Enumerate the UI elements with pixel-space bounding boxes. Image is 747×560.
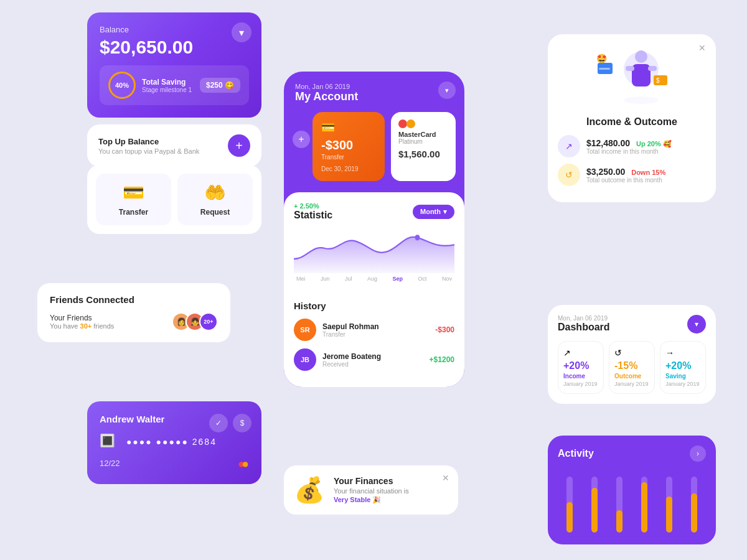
chart-label-aug: Aug <box>367 276 377 282</box>
outcome-sub: Total outcome in this month <box>586 177 706 184</box>
finances-card: ✕ 💰 Your Finances Your financial situati… <box>284 465 458 515</box>
activity-bar-track-5 <box>666 477 672 533</box>
savings-sub: Stage milestone 1 <box>142 86 194 93</box>
credit-card: ✓ $ Andrew Walter 🔳 ●●●● ●●●●● 2684 12/2… <box>87 401 261 484</box>
stat-header: + 2.50% Statistic Month ▾ <box>294 202 454 221</box>
chart-label-jun: Jun <box>321 276 330 282</box>
stat-pct: + 2.50% <box>294 202 332 210</box>
topup-plus-button[interactable]: + <box>228 134 250 157</box>
month-label: Month <box>420 208 441 215</box>
account-cards-row: + 💳 -$300 Transfer Dec 30, 2019 MasterCa… <box>284 112 464 190</box>
mastercard-white[interactable]: MasterCard Platinum $1,560.00 <box>391 112 456 181</box>
stat-title: Statistic <box>294 210 332 221</box>
orange-card[interactable]: 💳 -$300 Transfer Dec 30, 2019 <box>312 112 385 181</box>
income-pct: Up 20% 🥰 <box>636 140 672 147</box>
transfer-button[interactable]: 💳 Transfer <box>96 174 171 225</box>
dashboard-metric-outcome: ↺ -15% Outcome January 2019 <box>609 341 655 394</box>
activity-bar-track-4 <box>641 477 647 533</box>
dashboard-card: Mon, Jan 06 2019 Dashboard ▾ ↗ +20% Inco… <box>548 305 716 404</box>
activity-bar-track-6 <box>691 477 697 533</box>
chart-label-oct: Oct <box>418 276 426 282</box>
activity-bar-track-3 <box>616 477 622 533</box>
history-info-2: Jerome Boateng Received <box>322 352 423 368</box>
income-metric-value: +20% <box>563 360 598 371</box>
dashboard-header: Mon, Jan 06 2019 Dashboard ▾ <box>558 315 706 334</box>
mc-brand-label: MasterCard <box>398 131 448 138</box>
outcome-detail: $3,250.00 Down 15% Total outcome in this… <box>586 167 706 184</box>
savings-title: Total Saving <box>142 78 194 86</box>
friends-title: Friends Connected <box>50 294 218 305</box>
credit-card-check-button[interactable]: ✓ <box>209 414 228 432</box>
account-date: Mon, Jan 06 2019 <box>295 83 453 90</box>
history-type-2: Received <box>322 361 423 368</box>
orange-card-amount: -$300 <box>321 138 376 152</box>
income-metric-label: Income <box>563 373 598 380</box>
activity-bar-fill-6 <box>691 493 697 533</box>
mc-amount-label: $1,560.00 <box>398 149 448 159</box>
topup-info: Top Up Balance You can topup via Paypal … <box>98 137 220 155</box>
income-amount: $12,480.00 Up 20% 🥰 <box>586 138 706 148</box>
account-title: My Account <box>295 90 453 103</box>
mc-brand-row <box>398 119 448 128</box>
finances-close-button[interactable]: ✕ <box>442 473 449 483</box>
credit-card-bottom: 12/22 ●● <box>100 454 249 472</box>
add-card-button[interactable]: + <box>293 131 310 148</box>
month-button[interactable]: Month ▾ <box>413 205 454 219</box>
svg-rect-5 <box>626 66 634 71</box>
activity-header: Activity › <box>558 446 706 462</box>
income-sub: Total income in this month <box>586 148 706 155</box>
friends-sub: You have 30+ friends <box>50 322 114 330</box>
balance-chevron-button[interactable]: ▾ <box>232 22 251 42</box>
dashboard-header-left: Mon, Jan 06 2019 Dashboard <box>558 315 610 333</box>
friends-avatars: 👩 👧 20+ <box>172 312 218 331</box>
activity-bar-track-2 <box>591 477 598 533</box>
orange-card-date: Dec 30, 2019 <box>321 166 376 172</box>
history-info-1: Saepul Rohman Transfer <box>322 322 429 338</box>
request-button[interactable]: 🤲 Request <box>177 174 253 225</box>
income-close-button[interactable]: ✕ <box>698 43 706 53</box>
saving-metric-label: Saving <box>665 373 700 380</box>
saving-metric-value: +20% <box>665 360 700 371</box>
friends-card: Friends Connected Your Friends You have … <box>37 283 230 342</box>
dashboard-chevron-button[interactable]: ▾ <box>687 315 706 334</box>
account-header: Mon, Jan 06 2019 My Account <box>284 72 464 112</box>
history-name-1: Saepul Rohman <box>322 322 429 331</box>
request-icon: 🤲 <box>204 182 226 203</box>
outcome-amount: $3,250.00 Down 15% <box>586 167 706 177</box>
income-outcome-title: Income & Outcome <box>558 116 706 128</box>
activity-bar-4 <box>635 470 654 533</box>
mc-yellow-dot <box>406 119 415 128</box>
dashboard-metric-saving: → +20% Saving January 2019 <box>660 341 706 394</box>
svg-rect-4 <box>632 64 651 86</box>
account-chevron-button[interactable]: ▾ <box>438 82 456 99</box>
month-chevron-icon: ▾ <box>443 208 447 216</box>
friends-info: Your Friends You have 30+ friends <box>50 314 114 330</box>
finances-title: Your Finances <box>334 476 409 486</box>
mc-red-dot <box>398 119 407 128</box>
history-avatar-2: JB <box>294 348 316 371</box>
chip-icon: 🔳 <box>100 434 116 447</box>
balance-label: Balance <box>100 25 249 34</box>
credit-card-actions: ✓ $ <box>209 414 251 432</box>
income-illustration: $ 🤩 <box>558 44 706 111</box>
savings-row: 40% Total Saving Stage milestone 1 $250 … <box>100 65 249 105</box>
balance-card: Balance $20,650.00 ▾ 40% Total Saving St… <box>87 12 261 118</box>
svg-text:🤩: 🤩 <box>596 54 608 64</box>
topup-title: Top Up Balance <box>98 137 220 146</box>
dashboard-title: Dashboard <box>558 322 610 333</box>
finances-info: Your Finances Your financial situation i… <box>334 476 409 504</box>
credit-card-dollar-button[interactable]: $ <box>233 414 251 432</box>
history-avatar-1: SR <box>294 319 316 341</box>
activity-bar-fill-3 <box>616 510 622 533</box>
topup-card: Top Up Balance You can topup via Paypal … <box>87 124 261 167</box>
chart-label-mei: Mei <box>296 276 306 282</box>
finances-status-text: Very Stable 🎉 <box>334 496 381 503</box>
savings-amount: $250 😋 <box>200 78 240 93</box>
activity-next-button[interactable]: › <box>690 446 706 462</box>
svg-text:$: $ <box>656 77 660 84</box>
history-item-1: SR Saepul Rohman Transfer -$300 <box>294 319 454 341</box>
activity-bar-6 <box>685 470 703 533</box>
svg-rect-6 <box>648 66 657 71</box>
activity-bar-fill-4 <box>641 482 647 533</box>
request-label: Request <box>200 208 230 217</box>
